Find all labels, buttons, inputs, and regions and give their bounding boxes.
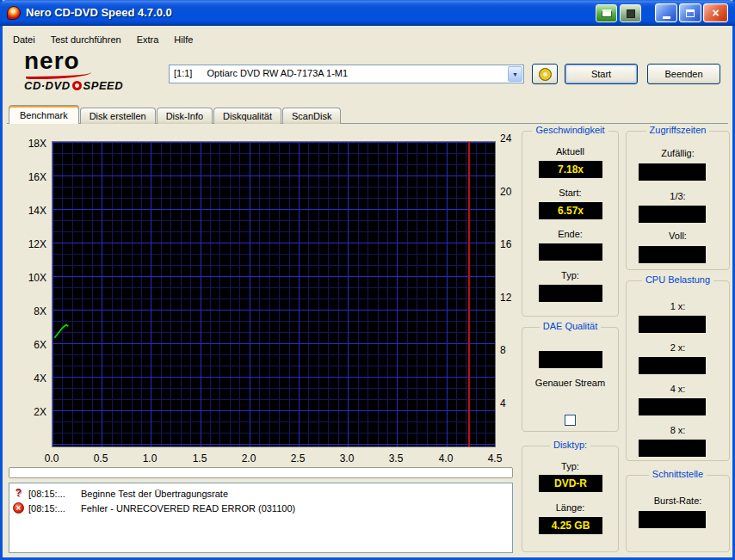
x-axis-label: 1.0 [135, 452, 164, 465]
question-icon: ? [13, 488, 24, 499]
x-axis-label: 0.5 [86, 452, 115, 465]
tab-diskqualitaet[interactable]: Diskqualität [213, 108, 281, 124]
chevron-down-icon: ▼ [512, 71, 518, 77]
x-axis-label: 3.0 [332, 452, 361, 465]
y-axis-label: 18X [5, 138, 46, 150]
tab-benchmark[interactable]: Benchmark [9, 105, 79, 124]
disk-icon [627, 9, 635, 18]
disc-options-button[interactable] [532, 64, 558, 84]
x-axis-label: 1.5 [185, 452, 214, 465]
cpu-4x-label: 4 x: [626, 384, 730, 394]
menu-hilfe[interactable]: Hilfe [166, 32, 201, 47]
titlebar-extra-capture-button[interactable] [596, 4, 617, 22]
nero-logo: nero CD·DVD SPEED [24, 50, 162, 91]
ende-value [539, 243, 602, 261]
chart-series-svg [52, 142, 495, 446]
y-axis-label: 12X [5, 238, 46, 250]
drive-index: [1:1] [174, 68, 192, 78]
cpu-2x-label: 2 x: [626, 342, 730, 353]
app-icon[interactable] [7, 6, 21, 20]
error-icon: × [13, 502, 24, 514]
titlebar[interactable]: Nero CD-DVD Speed 4.7.0.0 × [0, 0, 735, 26]
nero-logo-swoosh-icon [26, 71, 91, 79]
y-axis-label: 10X [5, 272, 46, 284]
voll-value [639, 246, 706, 263]
y-axis-label: 4X [5, 372, 46, 385]
genauer-stream-label: Genauer Stream [528, 377, 612, 390]
panel-zugriffszeiten-title: Zugriffszeiten [646, 125, 710, 135]
cpu-8x-value [639, 440, 706, 457]
panel-disktyp-title: Disktyp: [550, 440, 590, 450]
maximize-button[interactable] [679, 3, 701, 22]
one-third-value [639, 206, 706, 223]
tab-scandisk[interactable]: ScanDisk [282, 108, 341, 124]
drive-select-dropdown-button[interactable]: ▼ [508, 66, 522, 82]
y-axis-label: 14X [5, 205, 46, 217]
y-axis-label: 8X [5, 305, 46, 317]
log-list[interactable]: ? [08:15:... Beginne Test der Übertragun… [9, 483, 513, 553]
y-axis-label: 16X [5, 171, 46, 183]
ende-label: Ende: [522, 229, 619, 239]
x-axis-label: 4.5 [480, 452, 510, 465]
log-message: Fehler - UNRECOVERED READ ERROR (031100) [81, 503, 295, 514]
y-axis-label: 6X [5, 339, 46, 351]
chart-series-line [54, 324, 68, 338]
menu-test-durchfuehren[interactable]: Test durchführen [43, 32, 129, 47]
x-axis-label: 2.5 [283, 452, 312, 465]
start-button[interactable]: Start [565, 64, 638, 84]
aktuell-value: 7.18x [539, 161, 602, 178]
x-axis-label: 4.0 [431, 452, 460, 465]
quit-button[interactable]: Beenden [647, 64, 720, 84]
y-axis-right-label: 4 [500, 397, 506, 409]
y-axis-right-label: 24 [500, 132, 511, 145]
cpu-2x-value [639, 357, 706, 374]
genauer-stream-checkbox[interactable] [565, 415, 576, 426]
nero-logo-product-2: SPEED [83, 79, 124, 92]
start-value: 6.57x [539, 202, 602, 219]
log-timestamp: [08:15:... [28, 489, 77, 499]
disc-logo-icon [72, 81, 82, 90]
log-entry[interactable]: ? [08:15:... Beginne Test der Übertragun… [9, 486, 512, 501]
maximize-icon [686, 9, 695, 17]
progress-bar [9, 467, 513, 478]
tab-disk-info[interactable]: Disk-Info [157, 108, 213, 124]
panel-cpu-title: CPU Belastung [642, 274, 713, 285]
menu-extra[interactable]: Extra [129, 32, 167, 47]
close-button[interactable]: × [703, 3, 728, 22]
typ-label: Typ: [522, 270, 619, 280]
tab-disk-erstellen[interactable]: Disk erstellen [80, 108, 156, 124]
cpu-4x-value [639, 398, 706, 415]
x-axis-label: 0.0 [37, 452, 66, 465]
window-title: Nero CD-DVD Speed 4.7.0.0 [26, 0, 172, 26]
dae-value [539, 351, 602, 368]
cpu-1x-value [639, 316, 706, 333]
y-axis-right-label: 8 [500, 344, 506, 356]
aktuell-label: Aktuell [522, 146, 619, 157]
burst-rate-value [639, 511, 706, 528]
tab-strip: Benchmark Disk erstellen Disk-Info Diskq… [9, 105, 341, 124]
burst-rate-label: Burst-Rate: [626, 495, 730, 506]
nero-logo-product-1: CD·DVD [24, 79, 71, 92]
minimize-icon [663, 16, 670, 19]
benchmark-chart-plot [52, 141, 496, 447]
typ-value [539, 285, 602, 302]
panel-dae-title: DAE Qualität [540, 321, 602, 331]
minimize-button[interactable] [655, 3, 677, 22]
drive-name: Optiarc DVD RW AD-7173A 1-M1 [207, 68, 348, 78]
disc-options-icon [539, 68, 552, 81]
y-axis-label: 2X [5, 406, 46, 418]
panel-schnittstelle-title: Schnittstelle [649, 469, 707, 479]
voll-label: Voll: [626, 231, 730, 241]
panel-geschwindigkeit-title: Geschwindigkeit [532, 125, 608, 135]
disktyp-typ-value: DVD-R [539, 475, 602, 492]
zufaellig-label: Zufällig: [626, 148, 730, 158]
disktyp-typ-label: Typ: [522, 461, 619, 471]
titlebar-extra-save-button[interactable] [620, 4, 641, 22]
log-timestamp: [08:15:... [28, 503, 77, 514]
y-axis-right-label: 20 [500, 186, 511, 198]
log-entry[interactable]: × [08:15:... Fehler - UNRECOVERED READ E… [9, 501, 512, 515]
menubar: Datei Test durchführen Extra Hilfe [5, 29, 201, 50]
menu-datei[interactable]: Datei [5, 32, 43, 47]
drive-select-combobox[interactable]: [1:1] Optiarc DVD RW AD-7173A 1-M1 ▼ [169, 65, 524, 83]
one-third-label: 1/3: [626, 191, 730, 201]
